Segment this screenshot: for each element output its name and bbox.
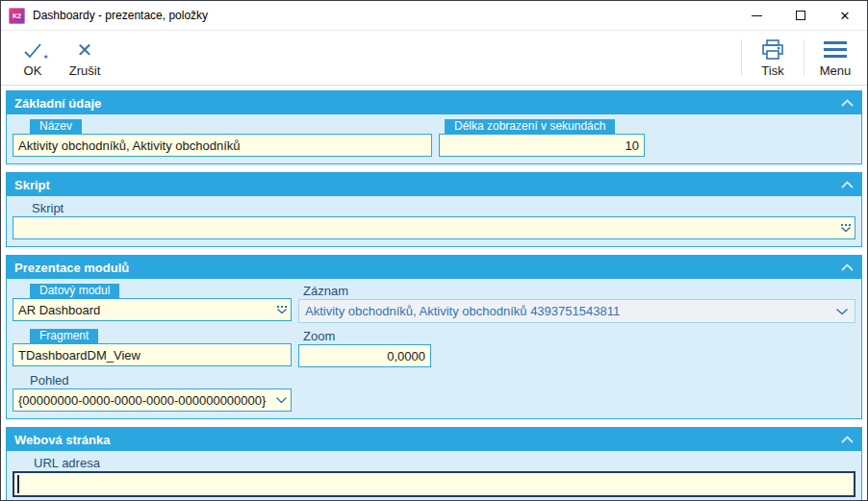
cancel-x-icon: ✕ — [77, 38, 93, 61]
section-title: Prezentace modulů — [14, 261, 129, 275]
print-button[interactable]: Tisk — [747, 31, 799, 85]
pohled-field-label: Pohled — [30, 373, 292, 388]
close-button[interactable]: ✕ — [823, 1, 867, 31]
fragment-field-caption[interactable]: Fragment — [30, 329, 98, 343]
ok-button-label: OK — [24, 63, 42, 78]
window-title: Dashboardy - prezentace, položky — [33, 9, 208, 22]
datovy-modul-input[interactable] — [13, 298, 292, 321]
url-adresa-field-label: URL adresa — [34, 456, 855, 470]
skript-field-label: Skript — [32, 201, 855, 215]
zaznam-value: Aktivity obchodníků, Aktivity obchodníků… — [305, 304, 836, 318]
section-title: Webová stránka — [14, 433, 110, 447]
section-body: URL adresa — [7, 451, 861, 500]
ok-star-icon: ✶ — [42, 53, 49, 62]
section-header-skript[interactable]: Skript — [7, 173, 861, 196]
lookup-dropdown-icon[interactable] — [841, 224, 851, 232]
toolbar: ✶ OK ✕ Zrušit Tisk — [1, 31, 867, 86]
section-skript: Skript Skript — [6, 172, 862, 247]
section-header-prezentace-modulu[interactable]: Prezentace modulů — [7, 256, 861, 279]
chevron-down-icon[interactable] — [276, 397, 287, 403]
dialog-window: K2 Dashboardy - prezentace, položky ✕ ✶ … — [0, 0, 868, 501]
skript-input[interactable] — [13, 216, 855, 239]
section-body: Skript — [7, 196, 861, 246]
section-webova-stranka: Webová stránka URL adresa — [6, 427, 862, 500]
maximize-button[interactable] — [779, 1, 823, 31]
ok-button[interactable]: ✶ OK — [7, 31, 59, 85]
section-zakladni-udaje: Základní údaje Název Délka zobrazení v s… — [6, 90, 862, 164]
section-header-zakladni-udaje[interactable]: Základní údaje — [7, 91, 861, 114]
hamburger-menu-icon — [824, 38, 847, 61]
section-header-webova-stranka[interactable]: Webová stránka — [7, 428, 861, 451]
pohled-input[interactable] — [13, 388, 292, 412]
lookup-dropdown-icon[interactable] — [277, 306, 287, 313]
menu-button-label: Menu — [820, 63, 852, 78]
url-adresa-input[interactable] — [13, 471, 855, 497]
printer-icon — [761, 38, 784, 61]
collapse-chevron-icon[interactable] — [841, 99, 854, 107]
delka-zobrazeni-input[interactable] — [439, 134, 645, 157]
chevron-down-icon[interactable] — [836, 309, 848, 314]
title-bar: K2 Dashboardy - prezentace, položky ✕ — [1, 1, 867, 31]
section-title: Skript — [14, 178, 50, 192]
app-icon: K2 — [9, 8, 25, 24]
toolbar-separator — [741, 39, 742, 76]
ok-check-icon: ✶ — [22, 38, 43, 61]
toolbar-spacer — [111, 31, 736, 85]
close-icon: ✕ — [840, 10, 851, 22]
menu-button[interactable]: Menu — [809, 31, 861, 85]
fragment-input[interactable] — [13, 343, 292, 366]
collapse-chevron-icon[interactable] — [841, 181, 854, 188]
nazev-field-caption[interactable]: Název — [30, 119, 82, 134]
collapse-chevron-icon[interactable] — [841, 263, 854, 271]
datovy-modul-field-caption[interactable]: Datový modul — [30, 284, 119, 298]
print-button-label: Tisk — [761, 63, 783, 78]
dialog-content: Základní údaje Název Délka zobrazení v s… — [1, 86, 867, 500]
zaznam-combobox[interactable]: Aktivity obchodníků, Aktivity obchodníků… — [298, 299, 855, 323]
zoom-field-label: Zoom — [303, 329, 431, 343]
cancel-button[interactable]: ✕ Zrušit — [59, 31, 111, 85]
collapse-chevron-icon[interactable] — [841, 436, 854, 443]
section-title: Základní údaje — [14, 96, 101, 111]
text-cursor — [17, 475, 19, 493]
maximize-icon — [796, 11, 805, 20]
minimize-button[interactable] — [734, 1, 779, 31]
zaznam-field-label: Záznam — [303, 284, 855, 298]
toolbar-separator — [804, 39, 804, 76]
nazev-input[interactable] — [13, 134, 432, 157]
section-body: Datový modul Záznam Aktivity obcho — [7, 279, 861, 418]
cancel-button-label: Zrušit — [69, 63, 101, 78]
zoom-input[interactable] — [298, 344, 431, 367]
section-prezentace-modulu: Prezentace modulů Datový modul — [6, 255, 862, 419]
section-body: Název Délka zobrazení v sekundách — [7, 114, 861, 163]
delka-zobrazeni-field-caption[interactable]: Délka zobrazení v sekundách — [445, 119, 615, 134]
minimize-icon — [752, 15, 762, 16]
